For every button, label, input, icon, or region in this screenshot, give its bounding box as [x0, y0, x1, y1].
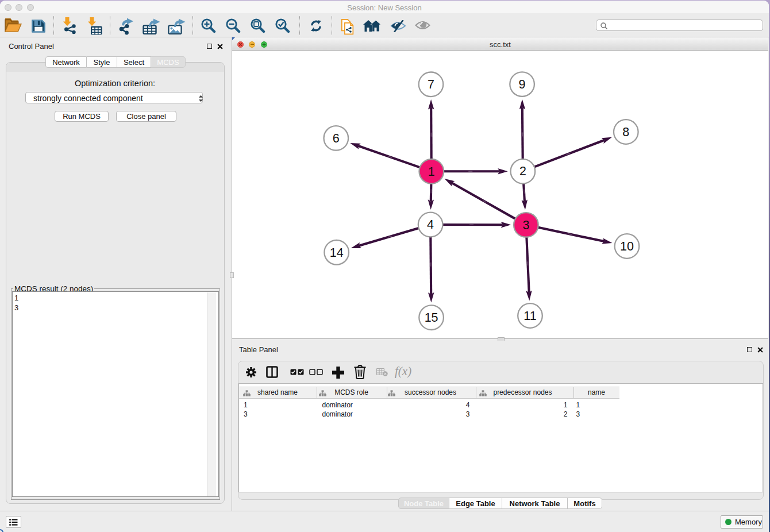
- svg-text:6: 6: [333, 132, 340, 145]
- svg-text:11: 11: [523, 309, 536, 323]
- svg-text:15: 15: [425, 311, 438, 325]
- svg-text:14: 14: [330, 246, 344, 260]
- svg-text:1: 1: [428, 165, 435, 179]
- svg-text:4: 4: [427, 218, 434, 232]
- svg-text:2: 2: [519, 164, 526, 178]
- svg-text:10: 10: [620, 240, 634, 253]
- svg-text:8: 8: [622, 125, 629, 139]
- svg-text:3: 3: [522, 218, 529, 232]
- svg-text:7: 7: [428, 78, 434, 91]
- svg-text:9: 9: [519, 78, 526, 91]
